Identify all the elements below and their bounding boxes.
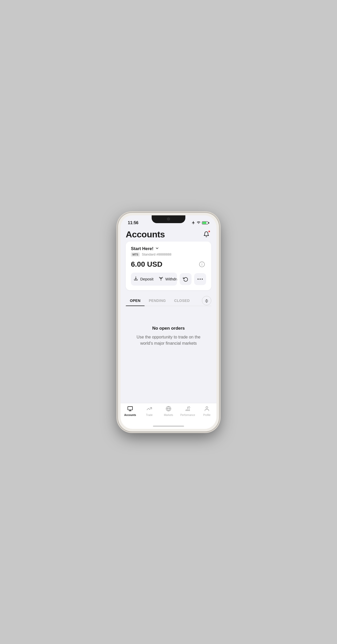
nav-label-profile: Profile bbox=[203, 414, 210, 416]
nav-label-accounts: Accounts bbox=[124, 414, 136, 416]
account-number: Standard #8888888 bbox=[142, 252, 171, 256]
empty-subtitle: Use the opportunity to trade on the worl… bbox=[135, 334, 202, 346]
tabs-header: OPEN PENDING CLOSED bbox=[126, 295, 211, 306]
info-button[interactable] bbox=[198, 260, 206, 268]
tab-open[interactable]: OPEN bbox=[126, 295, 145, 306]
withdraw-icon bbox=[159, 276, 163, 282]
phone-screen: 11:56 bbox=[121, 215, 216, 429]
accounts-icon bbox=[127, 406, 133, 413]
deposit-label: Deposit bbox=[140, 277, 153, 281]
profile-icon bbox=[204, 406, 210, 413]
battery-icon bbox=[202, 221, 209, 224]
notch bbox=[152, 215, 185, 223]
svg-point-4 bbox=[200, 279, 201, 280]
account-name: Start Here! bbox=[131, 246, 153, 251]
nav-item-trade[interactable]: Trade bbox=[140, 405, 159, 416]
home-indicator bbox=[121, 424, 216, 429]
balance-amount: 6.00 USD bbox=[131, 260, 162, 268]
chevron-down-icon bbox=[155, 246, 159, 251]
account-sub: MT5 Standard #8888888 bbox=[131, 252, 206, 257]
deposit-icon bbox=[134, 276, 138, 282]
camera bbox=[167, 217, 170, 221]
wifi-icon bbox=[196, 221, 201, 225]
action-row: Deposit Withdraw bbox=[131, 273, 206, 286]
account-selector[interactable]: Start Here! bbox=[131, 246, 206, 251]
bottom-nav: Accounts Trade bbox=[121, 403, 216, 424]
page-title: Accounts bbox=[126, 229, 165, 239]
svg-point-15 bbox=[206, 406, 208, 408]
svg-rect-7 bbox=[128, 406, 132, 410]
deposit-button[interactable]: Deposit bbox=[131, 273, 156, 286]
more-button[interactable] bbox=[194, 273, 206, 285]
nav-item-performance[interactable]: Performance bbox=[178, 405, 197, 416]
trade-icon bbox=[146, 406, 152, 413]
svg-point-5 bbox=[202, 279, 203, 280]
main-content: Accounts Start Here! bbox=[121, 227, 216, 403]
history-button[interactable] bbox=[180, 273, 192, 285]
notification-dot bbox=[208, 230, 210, 232]
tab-pending[interactable]: PENDING bbox=[145, 295, 170, 306]
home-bar bbox=[153, 426, 184, 427]
svg-point-3 bbox=[198, 279, 199, 280]
nav-item-markets[interactable]: Markets bbox=[159, 405, 178, 416]
nav-item-accounts[interactable]: Accounts bbox=[121, 405, 140, 416]
airplane-icon bbox=[192, 221, 195, 225]
nav-label-trade: Trade bbox=[146, 414, 153, 416]
empty-title: No open orders bbox=[152, 326, 185, 331]
nav-label-performance: Performance bbox=[180, 414, 195, 416]
page-header: Accounts bbox=[126, 227, 211, 242]
withdraw-button[interactable]: Withdraw bbox=[156, 273, 177, 286]
markets-icon bbox=[166, 406, 171, 413]
performance-icon bbox=[185, 406, 191, 413]
notification-button[interactable] bbox=[201, 229, 211, 239]
empty-state: No open orders Use the opportunity to tr… bbox=[126, 310, 211, 357]
tabs-section: OPEN PENDING CLOSED bbox=[126, 295, 211, 306]
sort-button[interactable] bbox=[202, 296, 211, 305]
deposit-withdraw-group: Deposit Withdraw bbox=[131, 273, 177, 286]
tab-closed[interactable]: CLOSED bbox=[170, 295, 194, 306]
balance-row: 6.00 USD bbox=[131, 260, 206, 268]
nav-item-profile[interactable]: Profile bbox=[197, 405, 216, 416]
status-icons bbox=[192, 221, 209, 225]
phone-frame: 11:56 bbox=[118, 213, 219, 431]
status-time: 11:56 bbox=[128, 221, 138, 225]
mt5-badge: MT5 bbox=[131, 252, 140, 257]
tabs-list: OPEN PENDING CLOSED bbox=[126, 295, 194, 306]
account-card: Start Here! MT5 Standard #8888888 6.00 U… bbox=[126, 242, 211, 290]
nav-label-markets: Markets bbox=[164, 414, 173, 416]
withdraw-label: Withdraw bbox=[165, 277, 177, 281]
